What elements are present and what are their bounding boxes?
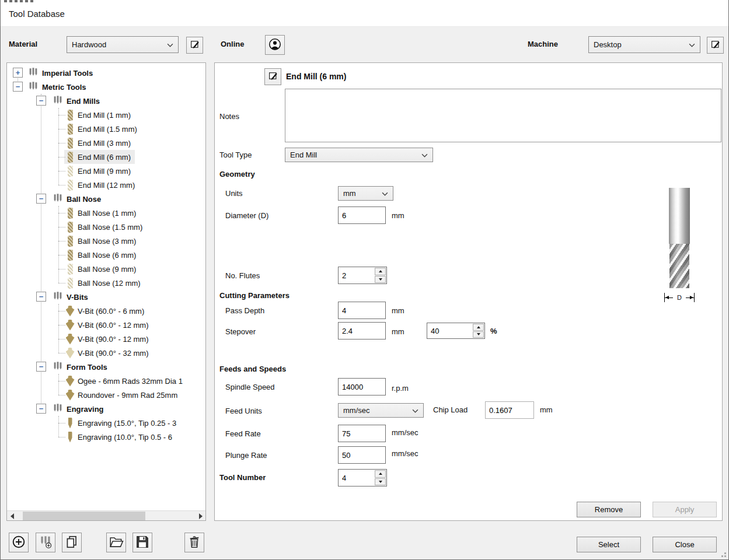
tree-row[interactable]: End Mill (1.5 mm) xyxy=(7,122,205,136)
plunge-rate-input[interactable] xyxy=(338,446,386,464)
collapse-minus-icon[interactable]: − xyxy=(36,292,46,302)
tree-item-hit[interactable]: Imperial Tools xyxy=(26,66,97,80)
online-account-button[interactable] xyxy=(265,35,285,55)
tree-row[interactable]: −Form Tools xyxy=(7,360,205,374)
tree-row[interactable]: −End Mills xyxy=(7,94,205,108)
tree-item-hit[interactable]: End Mill (1.5 mm) xyxy=(64,122,141,136)
tree-row[interactable]: −V-Bits xyxy=(7,290,205,304)
spin-down-icon[interactable] xyxy=(375,478,386,486)
tree-item-hit[interactable]: Ball Nose (12 mm) xyxy=(64,276,145,290)
spin-down-icon[interactable] xyxy=(375,276,386,284)
tree-row[interactable]: End Mill (9 mm) xyxy=(7,164,205,178)
close-button[interactable]: Close xyxy=(653,537,717,552)
tree-item-hit[interactable]: Ball Nose (1 mm) xyxy=(64,206,140,220)
tree-row[interactable]: −Engraving xyxy=(7,402,205,416)
tree-item-hit[interactable]: Ball Nose (9 mm) xyxy=(64,262,140,276)
units-dropdown[interactable]: mm xyxy=(338,186,393,201)
tool-number-stepper[interactable] xyxy=(338,469,387,487)
tree-item-hit[interactable]: Ball Nose xyxy=(51,192,105,206)
edit-tool-name-button[interactable] xyxy=(264,68,281,85)
tree-row[interactable]: Engraving (10.0°, Tip 0.5 - 6 xyxy=(7,430,205,444)
tree-row[interactable]: End Mill (3 mm) xyxy=(7,136,205,150)
spin-up-icon[interactable] xyxy=(375,470,386,478)
new-tool-button[interactable] xyxy=(9,533,29,552)
tree-item-hit[interactable]: Ogee - 6mm Rads 32mm Dia 1 xyxy=(64,374,187,388)
edit-machine-button[interactable] xyxy=(707,37,724,54)
tree-item-hit[interactable]: End Mill (12 mm) xyxy=(64,178,139,192)
tree-row[interactable]: Ball Nose (1 mm) xyxy=(7,206,205,220)
flutes-stepper[interactable] xyxy=(338,267,387,284)
machine-dropdown[interactable]: Desktop xyxy=(588,36,700,53)
tree-row[interactable]: Ball Nose (12 mm) xyxy=(7,276,205,290)
tree-row[interactable]: V-Bit (90.0° - 12 mm) xyxy=(7,332,205,346)
collapse-minus-icon[interactable]: − xyxy=(36,404,46,414)
tree-item-hit[interactable]: Roundover - 9mm Rad 25mm xyxy=(64,388,182,402)
edit-material-button[interactable] xyxy=(186,37,203,54)
stepover-percent-input[interactable] xyxy=(427,323,472,338)
spin-down-icon[interactable] xyxy=(473,331,484,338)
tree-row[interactable]: V-Bit (90.0° - 32 mm) xyxy=(7,346,205,360)
collapse-minus-icon[interactable]: − xyxy=(36,362,46,372)
feed-units-dropdown[interactable]: mm/sec xyxy=(338,403,424,418)
tree-row[interactable]: Ball Nose (6 mm) xyxy=(7,248,205,262)
notes-textarea[interactable] xyxy=(285,89,721,142)
tree-item-hit[interactable]: End Mill (1 mm) xyxy=(64,108,135,122)
delete-tool-button[interactable] xyxy=(184,533,204,552)
tree-row[interactable]: −Ball Nose xyxy=(7,192,205,206)
tree-row[interactable]: +Imperial Tools xyxy=(7,66,205,80)
tree-item-hit[interactable]: End Mill (6 mm) xyxy=(64,150,135,164)
tree-row[interactable]: Ball Nose (9 mm) xyxy=(7,262,205,276)
tree-row[interactable]: −Metric Tools xyxy=(7,80,205,94)
tree-item-hit[interactable]: V-Bit (90.0° - 12 mm) xyxy=(64,332,153,346)
tree-row[interactable]: End Mill (6 mm) xyxy=(7,150,205,164)
tree-item-hit[interactable]: Ball Nose (3 mm) xyxy=(64,234,140,248)
copy-tool-button[interactable] xyxy=(62,533,82,552)
import-tool-database-button[interactable] xyxy=(106,533,126,552)
export-tool-database-button[interactable] xyxy=(132,533,152,552)
tree-row[interactable]: V-Bit (60.0° - 12 mm) xyxy=(7,318,205,332)
tool-type-dropdown[interactable]: End Mill xyxy=(285,148,433,162)
spindle-speed-input[interactable] xyxy=(338,378,386,396)
tree-row[interactable]: V-Bit (60.0° - 6 mm) xyxy=(7,304,205,318)
collapse-minus-icon[interactable]: − xyxy=(36,96,46,106)
remove-button[interactable]: Remove xyxy=(577,502,641,517)
tree-item-hit[interactable]: Engraving (15.0°, Tip 0.25 - 3 xyxy=(64,416,180,430)
tree-item-hit[interactable]: Metric Tools xyxy=(26,80,90,94)
select-button[interactable]: Select xyxy=(577,537,641,552)
diameter-input[interactable] xyxy=(338,206,386,224)
scroll-right-icon[interactable] xyxy=(196,511,205,521)
tree-item-hit[interactable]: End Mill (9 mm) xyxy=(64,164,135,178)
resize-grip[interactable] xyxy=(719,550,726,557)
tree-row[interactable]: End Mill (12 mm) xyxy=(7,178,205,192)
tree-item-hit[interactable]: Engraving xyxy=(51,402,108,416)
collapse-minus-icon[interactable]: − xyxy=(36,194,46,204)
apply-button[interactable]: Apply xyxy=(653,502,717,517)
expand-plus-icon[interactable]: + xyxy=(13,68,23,78)
tree-item-hit[interactable]: V-Bit (60.0° - 6 mm) xyxy=(64,304,148,318)
tree-item-hit[interactable]: Engraving (10.0°, Tip 0.5 - 6 xyxy=(64,430,176,444)
tree-item-hit[interactable]: V-Bit (90.0° - 32 mm) xyxy=(64,346,153,360)
tree-item-hit[interactable]: Ball Nose (1.5 mm) xyxy=(64,220,147,234)
tree-item-hit[interactable]: End Mill (3 mm) xyxy=(64,136,135,150)
tree-row[interactable]: Ball Nose (3 mm) xyxy=(7,234,205,248)
tree-item-hit[interactable]: V-Bits xyxy=(51,290,92,304)
tree-row[interactable]: Ball Nose (1.5 mm) xyxy=(7,220,205,234)
new-tool-group-button[interactable] xyxy=(36,533,55,552)
tree-row[interactable]: Engraving (15.0°, Tip 0.25 - 3 xyxy=(7,416,205,430)
tree-row[interactable]: End Mill (1 mm) xyxy=(7,108,205,122)
flutes-input[interactable] xyxy=(339,267,374,284)
spin-up-icon[interactable] xyxy=(473,324,484,331)
scrollbar-thumb[interactable] xyxy=(23,512,145,520)
tree-horizontal-scrollbar[interactable] xyxy=(7,510,205,520)
collapse-minus-icon[interactable]: − xyxy=(13,82,23,92)
tree-item-hit[interactable]: Ball Nose (6 mm) xyxy=(64,248,140,262)
pass-depth-input[interactable] xyxy=(338,302,386,319)
tree-item-hit[interactable]: V-Bit (60.0° - 12 mm) xyxy=(64,318,153,332)
feed-rate-input[interactable] xyxy=(338,425,386,442)
stepover-input[interactable] xyxy=(338,322,386,340)
tree-item-hit[interactable]: Form Tools xyxy=(51,360,111,374)
spin-up-icon[interactable] xyxy=(375,268,386,275)
tree-row[interactable]: Ogee - 6mm Rads 32mm Dia 1 xyxy=(7,374,205,388)
tree-item-hit[interactable]: End Mills xyxy=(51,94,104,108)
scroll-left-icon[interactable] xyxy=(7,511,17,521)
